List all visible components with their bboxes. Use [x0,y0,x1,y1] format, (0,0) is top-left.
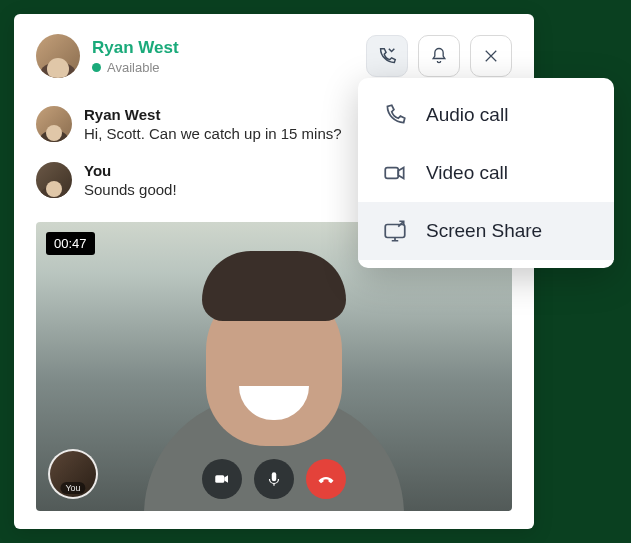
menu-item-label: Screen Share [426,220,542,242]
message-body: Ryan West Hi, Scott. Can we catch up in … [84,106,342,142]
phone-dropdown-icon [376,45,398,67]
svg-rect-1 [272,472,277,481]
contact-info: Ryan West Available [92,38,179,75]
svg-rect-0 [215,475,224,483]
self-video-pip[interactable]: You [48,449,98,499]
close-button[interactable] [470,35,512,77]
bell-icon [429,46,449,66]
message-body: You Sounds good! [84,162,177,198]
call-timer: 00:47 [46,232,95,255]
contact-name[interactable]: Ryan West [92,38,179,58]
phone-icon [382,102,408,128]
contact-avatar[interactable] [36,34,80,78]
contact-status: Available [92,60,179,75]
screen-share-option[interactable]: Screen Share [358,202,614,260]
audio-call-option[interactable]: Audio call [358,86,614,144]
menu-item-label: Video call [426,162,508,184]
close-icon [482,47,500,65]
call-controls [202,459,346,499]
menu-item-label: Audio call [426,104,508,126]
notifications-button[interactable] [418,35,460,77]
svg-rect-3 [385,225,405,238]
status-dot-icon [92,63,101,72]
end-call-button[interactable] [306,459,346,499]
message-sender: Ryan West [84,106,342,123]
svg-rect-2 [385,168,398,179]
message-avatar[interactable] [36,106,72,142]
call-menu-button[interactable] [366,35,408,77]
message-text: Sounds good! [84,181,177,198]
status-text: Available [107,60,160,75]
screen-share-icon [382,218,408,244]
toggle-mic-button[interactable] [254,459,294,499]
header-actions [366,35,512,77]
hangup-icon [316,469,336,489]
call-options-menu: Audio call Video call Screen Share [358,78,614,268]
mic-icon [265,470,283,488]
camera-icon [213,470,231,488]
message-avatar[interactable] [36,162,72,198]
message-sender: You [84,162,177,179]
message-text: Hi, Scott. Can we catch up in 15 mins? [84,125,342,142]
video-call-option[interactable]: Video call [358,144,614,202]
pip-label: You [60,482,85,494]
toggle-camera-button[interactable] [202,459,242,499]
remote-video-feed [169,225,379,485]
video-icon [382,160,408,186]
